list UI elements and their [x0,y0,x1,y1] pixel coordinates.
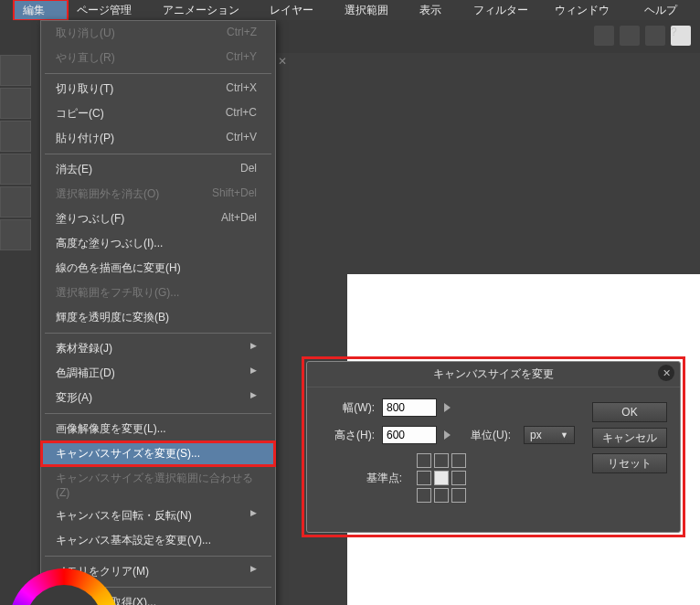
menuitem-label: キャンバスを回転・反転(N) [56,508,192,524]
menu-view[interactable]: 表示(V) [410,0,464,20]
menuitem-label: 高度な塗りつぶし(I)... [56,236,163,251]
width-label: 幅(W): [320,400,375,416]
slider-arrow-icon[interactable] [444,403,451,412]
menuitem-shortcut: Ctrl+X [226,81,257,97]
toolbar-icon-2[interactable] [620,26,640,46]
anchor-tc[interactable] [434,453,449,468]
tool-btn-6[interactable] [0,219,31,250]
edit-dropdown: 取り消し(U) Ctrl+Z やり直し(R) Ctrl+Y 切り取り(T) Ct… [40,20,276,605]
tool-btn-4[interactable] [0,154,31,185]
menuitem-cut[interactable]: 切り取り(T) Ctrl+X [41,77,275,101]
anchor-tl[interactable] [417,453,431,468]
toolbar-icon-1[interactable] [594,26,614,46]
menuitem-fill[interactable]: 塗りつぶし(F) Alt+Del [41,207,275,231]
menuitem-shortcut: Alt+Del [221,211,257,227]
slider-arrow-icon[interactable] [444,430,451,440]
menuitem-copy[interactable]: コピー(C) Ctrl+C [41,101,275,126]
anchor-row: 基準点: [320,453,592,503]
menuitem-label: 取り消し(U) [56,26,115,41]
menu-selection[interactable]: 選択範囲(S) [335,0,410,20]
menuitem-shortcut: Ctrl+V [226,131,257,146]
menuitem-bright-alpha[interactable]: 輝度を透明度に変換(B) [41,305,275,330]
menu-page[interactable]: ページ管理(P) [68,0,154,20]
unit-label: 単位(U): [471,428,511,443]
menuitem-line-to-draw[interactable]: 線の色を描画色に変更(H) [41,256,275,281]
anchor-br[interactable] [451,488,466,503]
color-wheel[interactable] [0,559,128,605]
anchor-bl[interactable] [417,488,431,503]
anchor-label: 基準点: [320,471,402,486]
height-label: 高さ(H): [320,428,375,443]
tool-palette [0,55,33,250]
menuitem-shortcut: Ctrl+Z [227,26,257,41]
toolbar-icon-3[interactable] [645,26,665,46]
tab-close-icon[interactable]: ✕ [278,55,289,66]
menuitem-adv-fill[interactable]: 高度な塗りつぶし(I)... [41,231,275,256]
menuitem-label: コピー(C) [56,106,104,122]
menuitem-sel-outline: 選択範囲をフチ取り(G)... [41,281,275,305]
menuitem-canvas-size[interactable]: キャンバスサイズを変更(S)... [41,441,275,466]
menuitem-label: 貼り付け(P) [56,131,114,146]
cancel-button[interactable]: キャンセル [592,428,667,448]
menubar: 編集(E) ページ管理(P) アニメーション(A) レイヤー(L) 選択範囲(S… [0,0,700,20]
menuitem-label: キャンバス基本設定を変更(V)... [56,533,211,548]
menuitem-canvas-size-selection: キャンバスサイズを選択範囲に合わせる(Z) [41,466,275,504]
tool-btn-3[interactable] [0,121,31,152]
menu-filter[interactable]: フィルター(I) [464,0,546,20]
separator [45,154,271,154]
submenu-arrow-icon: ▶ [250,508,257,524]
menu-layer[interactable]: レイヤー(L) [260,0,334,20]
menu-help[interactable]: ヘルプ(H) [635,0,700,20]
menuitem-transform[interactable]: 変形(A) ▶ [41,386,275,410]
dialog-title-text: キャンバスサイズを変更 [433,367,554,380]
width-input[interactable] [382,398,437,417]
separator [45,333,271,334]
submenu-arrow-icon: ▶ [250,341,257,356]
ok-button[interactable]: OK [592,402,667,422]
menuitem-paste[interactable]: 貼り付け(P) Ctrl+V [41,126,275,151]
chevron-down-icon: ▼ [560,430,568,440]
menuitem-clear-outside: 選択範囲外を消去(O) Shift+Del [41,182,275,207]
menuitem-shortcut: Ctrl+Y [226,50,257,66]
toolbar-help-icon[interactable]: ? [671,26,691,46]
unit-select[interactable]: px ▼ [524,426,575,444]
anchor-tr[interactable] [451,453,466,468]
menuitem-canvas-props[interactable]: キャンバス基本設定を変更(V)... [41,528,275,553]
reset-button[interactable]: リセット [592,453,667,473]
submenu-arrow-icon: ▶ [250,564,257,579]
dialog-close-button[interactable]: ✕ [658,365,674,381]
menu-window[interactable]: ウィンドウ(W) [546,0,634,20]
menuitem-rotate-flip[interactable]: キャンバスを回転・反転(N) ▶ [41,504,275,528]
menuitem-label: やり直し(R) [56,50,115,66]
menuitem-label: キャンバスサイズを変更(S)... [56,446,200,462]
menuitem-shortcut: Shift+Del [212,186,257,202]
menu-edit[interactable]: 編集(E) [14,0,68,20]
width-row: 幅(W): [320,398,592,417]
menuitem-change-resolution[interactable]: 画像解像度を変更(L)... [41,417,275,441]
tool-btn-2[interactable] [0,88,31,119]
tool-btn-5[interactable] [0,186,31,218]
menuitem-label: 線の色を描画色に変更(H) [56,260,181,276]
dialog-titlebar: キャンバスサイズを変更 ✕ [307,362,680,387]
menuitem-label: 素材登録(J) [56,341,112,356]
height-row: 高さ(H): 単位(U): px ▼ [320,426,592,444]
anchor-mr[interactable] [451,471,466,485]
anchor-center[interactable] [434,471,449,485]
height-input[interactable] [382,426,437,444]
separator [45,413,271,414]
menuitem-clear[interactable]: 消去(E) Del [41,157,275,182]
menuitem-label: 選択範囲をフチ取り(G)... [56,285,179,301]
menuitem-redo[interactable]: やり直し(R) Ctrl+Y [41,46,275,70]
menuitem-label: キャンバスサイズを選択範囲に合わせる(Z) [56,471,257,499]
menuitem-label: 色調補正(D) [56,366,115,381]
menuitem-undo[interactable]: 取り消し(U) Ctrl+Z [41,21,275,46]
menuitem-register-material[interactable]: 素材登録(J) ▶ [41,336,275,361]
menuitem-shortcut: Ctrl+C [226,106,257,122]
menuitem-tone[interactable]: 色調補正(D) ▶ [41,361,275,386]
submenu-arrow-icon: ▶ [250,390,257,406]
anchor-bc[interactable] [434,488,449,503]
tool-btn-1[interactable] [0,55,31,86]
menu-animation[interactable]: アニメーション(A) [154,0,260,20]
menuitem-label: 塗りつぶし(F) [56,211,124,227]
anchor-ml[interactable] [417,471,431,485]
